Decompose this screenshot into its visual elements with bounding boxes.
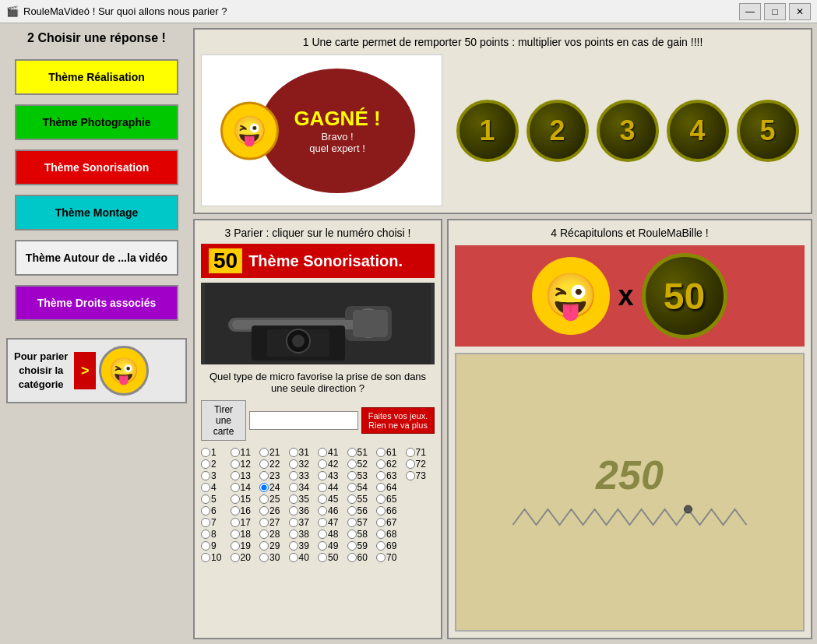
grid-cell[interactable]: 61 <box>376 447 406 458</box>
grid-cell[interactable]: 7 <box>201 517 231 528</box>
grid-cell[interactable]: 43 <box>318 470 347 481</box>
tirer-input[interactable] <box>249 411 358 430</box>
theme-btn-photographie[interactable]: Thème Photographie <box>15 104 178 140</box>
grid-cell[interactable]: 38 <box>289 529 319 540</box>
grid-cell[interactable]: 10 <box>201 552 231 563</box>
grid-cell[interactable]: 47 <box>318 517 347 528</box>
minimize-button[interactable]: — <box>739 3 761 20</box>
grid-cell[interactable]: 67 <box>376 517 406 528</box>
grid-cell[interactable]: 37 <box>289 517 319 528</box>
grid-cell[interactable]: 20 <box>231 552 260 563</box>
grid-cell[interactable]: 48 <box>318 529 347 540</box>
grid-cell <box>406 540 435 551</box>
grid-cell[interactable]: 63 <box>376 470 406 481</box>
grid-cell[interactable]: 24 <box>259 482 289 493</box>
number-coin-4[interactable]: 4 <box>667 100 729 162</box>
grid-cell[interactable]: 3 <box>201 470 231 481</box>
grid-cell[interactable]: 54 <box>347 482 377 493</box>
grid-cell[interactable]: 18 <box>231 529 260 540</box>
grid-cell[interactable]: 4 <box>201 482 231 493</box>
grid-cell <box>406 482 435 493</box>
number-coin-2[interactable]: 2 <box>526 100 589 162</box>
sidebar: 2 Choisir une réponse ! Thème Réalisatio… <box>0 23 193 644</box>
pour-parier-box: Pour parier choisir la catégorie > 😜 <box>6 338 187 403</box>
grid-cell[interactable]: 28 <box>259 529 289 540</box>
number-coin-5[interactable]: 5 <box>737 100 799 162</box>
grid-cell[interactable]: 23 <box>259 470 289 481</box>
grid-cell[interactable]: 2 <box>201 459 231 470</box>
grid-cell[interactable]: 32 <box>289 459 319 470</box>
grid-cell[interactable]: 25 <box>259 494 289 505</box>
grid-cell[interactable]: 49 <box>318 540 347 551</box>
grid-cell[interactable]: 72 <box>406 459 435 470</box>
grid-cell[interactable]: 1 <box>201 447 231 458</box>
theme-image <box>201 283 435 364</box>
grid-cell[interactable]: 22 <box>259 459 289 470</box>
grid-cell[interactable]: 62 <box>376 459 406 470</box>
grid-cell[interactable]: 39 <box>289 540 319 551</box>
grid-cell[interactable]: 17 <box>231 517 260 528</box>
grid-cell[interactable]: 29 <box>259 540 289 551</box>
grid-cell[interactable]: 15 <box>231 494 260 505</box>
grid-cell[interactable]: 50 <box>318 552 347 563</box>
theme-btn-droits[interactable]: Thème Droits associés <box>15 285 178 321</box>
top-section: 1 Une carte permet de remporter 50 point… <box>193 28 812 214</box>
grid-cell[interactable]: 56 <box>347 505 377 516</box>
grid-cell[interactable]: 68 <box>376 529 406 540</box>
theme-btn-sonorisation[interactable]: Thème Sonorisation <box>15 150 178 185</box>
grid-cell[interactable]: 33 <box>289 470 319 481</box>
grid-cell[interactable]: 53 <box>347 470 377 481</box>
grid-cell[interactable]: 12 <box>231 459 260 470</box>
grid-cell[interactable]: 65 <box>376 494 406 505</box>
grid-cell[interactable]: 26 <box>259 505 289 516</box>
grid-cell[interactable]: 16 <box>231 505 260 516</box>
grid-cell[interactable]: 13 <box>231 470 260 481</box>
close-button[interactable]: ✕ <box>789 3 811 20</box>
faites-jeux-button[interactable]: Faites vos jeux. Rien ne va plus <box>361 407 435 434</box>
grid-cell[interactable]: 73 <box>406 470 435 481</box>
grid-cell[interactable]: 66 <box>376 505 406 516</box>
grid-cell[interactable]: 69 <box>376 540 406 551</box>
theme-btn-realisation[interactable]: Thème Réalisation <box>15 59 178 95</box>
grid-cell[interactable]: 71 <box>406 447 435 458</box>
maximize-button[interactable]: □ <box>764 3 786 20</box>
number-coin-3[interactable]: 3 <box>597 100 659 162</box>
grid-cell[interactable]: 11 <box>231 447 260 458</box>
grid-cell[interactable]: 34 <box>289 482 319 493</box>
grid-cell[interactable]: 19 <box>231 540 260 551</box>
tirer-carte-button[interactable]: Tirer une carte <box>201 400 246 441</box>
grid-cell[interactable]: 35 <box>289 494 319 505</box>
grid-cell[interactable]: 59 <box>347 540 377 551</box>
grid-cell[interactable]: 55 <box>347 494 377 505</box>
titlebar-controls: — □ ✕ <box>739 3 811 20</box>
number-coin-1[interactable]: 1 <box>456 100 519 162</box>
grid-cell[interactable]: 42 <box>318 459 347 470</box>
grid-cell[interactable]: 36 <box>289 505 319 516</box>
grid-cell[interactable]: 51 <box>347 447 377 458</box>
grid-cell[interactable]: 40 <box>289 552 319 563</box>
grid-cell[interactable]: 41 <box>318 447 347 458</box>
grid-cell[interactable]: 27 <box>259 517 289 528</box>
theme-btn-autour[interactable]: Thème Autour de ...la vidéo <box>15 240 178 276</box>
grid-cell[interactable]: 6 <box>201 505 231 516</box>
grid-cell[interactable]: 44 <box>318 482 347 493</box>
grid-cell[interactable]: 57 <box>347 517 377 528</box>
grid-cell[interactable]: 21 <box>259 447 289 458</box>
coin-big: 50 <box>642 253 727 339</box>
grid-cell[interactable]: 58 <box>347 529 377 540</box>
grid-cell[interactable]: 14 <box>231 482 260 493</box>
grid-cell <box>406 505 435 516</box>
grid-cell[interactable]: 8 <box>201 529 231 540</box>
theme-btn-montage[interactable]: Thème Montage <box>15 195 178 231</box>
grid-cell[interactable]: 52 <box>347 459 377 470</box>
grid-cell[interactable]: 31 <box>289 447 319 458</box>
grid-cell[interactable]: 30 <box>259 552 289 563</box>
grid-cell[interactable]: 60 <box>347 552 377 563</box>
question-text: Quel type de micro favorise la prise de … <box>201 369 435 396</box>
grid-cell[interactable]: 70 <box>376 552 406 563</box>
grid-cell[interactable]: 64 <box>376 482 406 493</box>
grid-cell[interactable]: 9 <box>201 540 231 551</box>
grid-cell[interactable]: 46 <box>318 505 347 516</box>
grid-cell[interactable]: 45 <box>318 494 347 505</box>
grid-cell[interactable]: 5 <box>201 494 231 505</box>
